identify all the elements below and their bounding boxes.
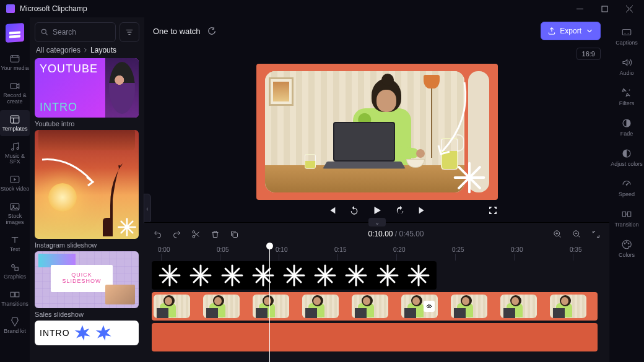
svg-rect-3: [11, 116, 19, 123]
zoom-fit-button[interactable]: [591, 230, 601, 239]
rail-item-audio[interactable]: Audio: [609, 53, 644, 80]
svg-point-66: [626, 184, 627, 186]
rail-item-transitions[interactable]: Transitions: [0, 285, 30, 311]
window-minimize-button[interactable]: [567, 0, 592, 17]
play-button[interactable]: [372, 205, 383, 216]
template-thumb: QUICK SLIDESHOW: [35, 251, 139, 308]
chevron-down-icon: [585, 27, 594, 35]
rewind-button[interactable]: [349, 205, 359, 215]
preview-stage[interactable]: [256, 64, 498, 200]
svg-rect-1: [11, 56, 19, 62]
svg-point-4: [12, 149, 14, 150]
timeline: ⌄ 0:10.00 / 0:45.00 0:00 0:05 0:10: [144, 222, 609, 362]
rail-label: Text: [10, 247, 20, 253]
collapse-panel-button[interactable]: ‹: [144, 194, 151, 223]
templates-panel: Search All categories Layouts YOUTUBE IN…: [30, 17, 144, 362]
template-label: Instagram slideshow: [35, 241, 139, 249]
breadcrumb-root[interactable]: All categories: [36, 46, 80, 54]
rail-item-speed[interactable]: Speed: [609, 174, 644, 202]
svg-point-8: [13, 205, 14, 207]
export-icon: [547, 27, 556, 35]
redo-button[interactable]: [172, 230, 181, 239]
rail-item-captions[interactable]: Captions: [609, 22, 644, 50]
template-thumb: YOUTUBE INTRO: [35, 58, 139, 118]
forward-button[interactable]: [395, 205, 405, 215]
breadcrumb-current: Layouts: [90, 46, 116, 54]
export-button[interactable]: Export: [541, 22, 601, 40]
svg-point-70: [626, 242, 627, 243]
rail-label: Stock video: [1, 186, 30, 192]
transition-marker-icon[interactable]: [424, 301, 435, 312]
skip-next-button[interactable]: [417, 205, 427, 215]
track-graphics[interactable]: [152, 261, 437, 290]
skip-prev-button[interactable]: [327, 205, 337, 215]
thumb-text-1: YOUTUBE: [40, 63, 100, 74]
svg-point-71: [628, 243, 629, 244]
svg-rect-68: [628, 212, 631, 217]
timecode: 0:10.00 / 0:45.00: [249, 230, 543, 238]
rail-label: Brand kit: [4, 329, 26, 335]
rail-label: Music & SFX: [0, 153, 30, 166]
timeline-resize-handle[interactable]: ⌄: [368, 218, 386, 226]
filter-button[interactable]: [120, 22, 139, 42]
template-instagram-slideshow[interactable]: Instagram slideshow: [35, 130, 139, 249]
rail-item-record-create[interactable]: Record & create: [0, 77, 30, 109]
playhead[interactable]: [269, 245, 270, 362]
rail-item-text[interactable]: Text: [0, 231, 30, 257]
search-icon: [40, 28, 49, 37]
track-video[interactable]: [152, 292, 598, 321]
window-maximize-button[interactable]: [592, 0, 617, 17]
rail-item-fade[interactable]: Fade: [609, 113, 644, 141]
rail-item-filters[interactable]: Filters: [609, 83, 644, 111]
svg-point-5: [17, 147, 19, 149]
aspect-ratio-chip[interactable]: 16:9: [577, 48, 601, 60]
rail-item-stock-video[interactable]: Stock video: [0, 170, 30, 196]
split-button[interactable]: [191, 230, 201, 239]
search-input[interactable]: Search: [35, 22, 116, 42]
window-close-button[interactable]: [617, 0, 642, 17]
window-title: Microsoft Clipchamp: [20, 4, 87, 13]
fullscreen-button[interactable]: [488, 205, 498, 215]
app-logo-icon: [6, 4, 15, 13]
undo-button[interactable]: [153, 230, 162, 239]
rail-item-adjust-colors[interactable]: Adjust colors: [609, 144, 644, 171]
rail-label: Templates: [2, 126, 27, 132]
zoom-in-button[interactable]: [553, 230, 562, 239]
breadcrumb[interactable]: All categories Layouts: [35, 46, 139, 54]
rail-item-stock-images[interactable]: Stock images: [0, 197, 30, 230]
template-thumb: [35, 130, 139, 239]
rail-item-brand-kit[interactable]: Brand kit: [0, 312, 30, 338]
timeline-ruler[interactable]: 0:00 0:05 0:10 0:15 0:20 0:25 0:30 0:35: [152, 245, 609, 257]
main-area: ‹ One to watch Export 16:9: [144, 17, 609, 362]
filter-icon: [125, 28, 134, 37]
template-youtube-intro[interactable]: YOUTUBE INTRO Youtube intro: [35, 58, 139, 127]
timeline-tracks[interactable]: [144, 257, 609, 362]
rail-item-graphics[interactable]: Graphics: [0, 258, 30, 284]
refresh-icon[interactable]: [207, 26, 217, 36]
duplicate-button[interactable]: [230, 230, 239, 239]
svg-rect-63: [622, 30, 631, 35]
rail-item-templates[interactable]: Templates: [0, 110, 30, 136]
project-title[interactable]: One to watch: [153, 27, 201, 36]
chevron-right-icon: [83, 48, 88, 53]
rail-item-transition[interactable]: Transition: [609, 204, 644, 232]
rail-label: Graphics: [4, 274, 26, 280]
svg-rect-11: [11, 292, 14, 297]
svg-rect-2: [11, 83, 17, 88]
rail-item-music-sfx[interactable]: Music & SFX: [0, 137, 30, 170]
svg-rect-24: [233, 233, 238, 238]
svg-point-13: [41, 29, 46, 33]
rail-item-colors[interactable]: Colors: [609, 235, 644, 262]
svg-point-69: [624, 243, 625, 244]
track-audio[interactable]: [152, 323, 598, 351]
zoom-out-button[interactable]: [572, 230, 581, 239]
template-label: Youtube intro: [35, 120, 139, 127]
delete-button[interactable]: [211, 230, 220, 239]
svg-point-23: [193, 235, 195, 238]
template-intro[interactable]: INTRO: [35, 321, 139, 345]
left-tool-rail: Your media Record & create Templates Mus…: [0, 17, 30, 362]
template-sales-slideshow[interactable]: QUICK SLIDESHOW Sales slideshow: [35, 251, 139, 318]
svg-point-22: [193, 230, 195, 233]
rail-item-your-media[interactable]: Your media: [0, 50, 30, 75]
rail-label: Stock images: [0, 213, 30, 226]
